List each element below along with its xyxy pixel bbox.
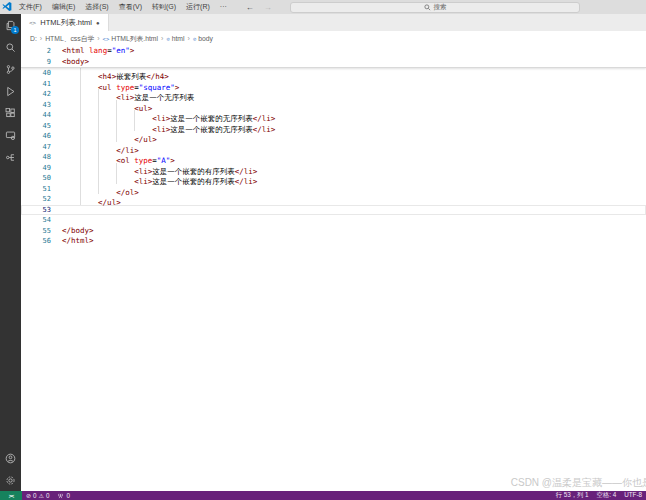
indent-guide [134,121,152,132]
code-text: <html lang="en"> [62,46,646,57]
indent-guide [116,131,134,142]
warning-count: 0 [46,492,50,499]
extensions-icon[interactable] [0,102,21,124]
code-line[interactable]: 41<ul type="square"> [21,79,646,90]
code-line[interactable]: 50<li>这是一个嵌套的有序列表</li> [21,173,646,184]
indent-guide [80,142,98,153]
breadcrumb-separator-icon: › [40,35,42,42]
ports-status[interactable]: 0 [53,491,74,500]
cursor-position[interactable]: 行 53，列 1 [552,491,593,500]
token: <body> [62,57,89,66]
indent-guide [116,100,134,111]
menu-item[interactable]: 查看(V) [114,0,147,14]
code-line[interactable]: 56</html> [21,236,646,247]
dirty-indicator-icon[interactable]: ● [96,20,100,26]
code-line[interactable]: 9<body> [21,57,646,68]
tab-html-list-file[interactable]: <> HTML列表.html ● [21,14,109,31]
menu-item[interactable]: ··· [215,0,232,14]
line-number: 54 [21,215,62,226]
line-number: 42 [21,89,62,100]
code-line[interactable]: 51</ol> [21,184,646,195]
vscode-logo-icon [0,0,14,14]
remote-indicator[interactable]: >< [0,491,22,500]
tab-bar: <> HTML列表.html ● [21,14,646,31]
code-line[interactable]: 54 [21,215,646,226]
code-line[interactable]: 53 [21,205,646,216]
breadcrumb-label: body [198,35,213,42]
command-center-search[interactable]: 搜索 [290,2,580,13]
explorer-icon[interactable]: 1 [0,14,21,36]
indent-guide [80,194,98,205]
indent-guide [98,152,116,163]
breadcrumb-item[interactable]: D: [30,35,37,42]
code-text: </ul> [62,194,646,205]
code-line[interactable]: 44<li>这是一个嵌套的无序列表</li> [21,110,646,121]
indent-guide [62,184,80,195]
source-control-icon[interactable] [0,58,21,80]
code-line[interactable]: 42<li>这是一个无序列表 [21,89,646,100]
indent-guide [80,173,98,184]
code-line[interactable]: 48<ol type="A"> [21,152,646,163]
indentation-status[interactable]: 空格: 4 [593,491,621,500]
search-sidebar-icon[interactable] [0,36,21,58]
code-line[interactable]: 45<li>这是一个嵌套的无序列表</li> [21,121,646,132]
breadcrumb-item[interactable]: ⊘html [166,35,184,42]
breadcrumb-separator-icon: › [188,35,190,42]
ports-count: 0 [66,492,70,499]
menu-item[interactable]: 转到(G) [147,0,181,14]
indent-guide [98,131,116,142]
indent-guide [116,110,134,121]
code-line[interactable]: 49<li>这是一个嵌套的有序列表</li> [21,163,646,174]
breadcrumb-label: html [172,35,185,42]
code-line[interactable]: 43<ul> [21,100,646,111]
breadcrumb-item[interactable]: <>HTML列表.html [103,34,158,44]
encoding-status[interactable]: UTF-8 [620,491,646,498]
code-line[interactable]: 46</ul> [21,131,646,142]
code-line[interactable]: 55</body> [21,226,646,237]
breadcrumb-item[interactable]: HTML、css自学 [45,34,94,44]
indent-guide [98,173,116,184]
code-line[interactable]: 47</li> [21,142,646,153]
line-number: 45 [21,121,62,132]
indent-guide [62,68,80,79]
activity-bar: 1 [0,14,21,491]
code-text: <h4>嵌套列表</h4> [62,68,646,79]
indent-guide [62,79,80,90]
remote-window-icon[interactable] [0,124,21,146]
menu-item[interactable]: 选择(S) [80,0,113,14]
menu-item[interactable]: 文件(F) [14,0,47,14]
code-editor[interactable]: 2<html lang="en">9<body> 40<h4>嵌套列表</h4>… [21,46,646,491]
account-icon[interactable] [0,447,21,469]
code-line[interactable]: 52</ul> [21,194,646,205]
breadcrumb: D:›HTML、css自学›<>HTML列表.html›⊘html›⊘body [21,31,646,46]
token: </html> [62,236,94,245]
breadcrumb-item[interactable]: ⊘body [193,35,213,42]
breadcrumb-label: HTML列表.html [111,34,158,44]
code-line[interactable]: 40<h4>嵌套列表</h4> [21,68,646,79]
settings-gear-icon[interactable] [0,469,21,491]
back-arrow-icon[interactable]: ← [246,3,254,12]
menu-item[interactable]: 运行(R) [181,0,215,14]
radio-tower-icon [57,492,64,499]
references-icon[interactable] [0,146,21,168]
forward-arrow-icon[interactable]: → [264,3,272,12]
line-number: 55 [21,226,62,237]
code-text: <li>这是一个嵌套的无序列表</li> [62,110,646,121]
code-text: <li>这是一个嵌套的有序列表</li> [62,173,646,184]
token: </body> [62,226,94,235]
problems-status[interactable]: ⊘ 0 ⚠ 0 [22,491,53,500]
csdn-watermark: CSDN @温柔是宝藏——你也是 [511,476,646,490]
warning-icon: ⚠ [39,492,44,499]
line-number: 53 [21,205,62,216]
indent-guide [62,100,80,111]
menu-item[interactable]: 编辑(E) [47,0,80,14]
breadcrumb-separator-icon: › [97,35,99,42]
token: <html [62,46,85,55]
run-and-debug-icon[interactable] [0,80,21,102]
vscode-window: 文件(F)编辑(E)选择(S)查看(V)转到(G)运行(R)··· ← → 搜索… [0,0,646,500]
line-number: 41 [21,79,62,90]
code-line[interactable]: 2<html lang="en"> [21,46,646,57]
indent-guide [98,89,116,100]
code-text: <ul> [62,100,646,111]
error-icon: ⊘ [26,492,31,499]
